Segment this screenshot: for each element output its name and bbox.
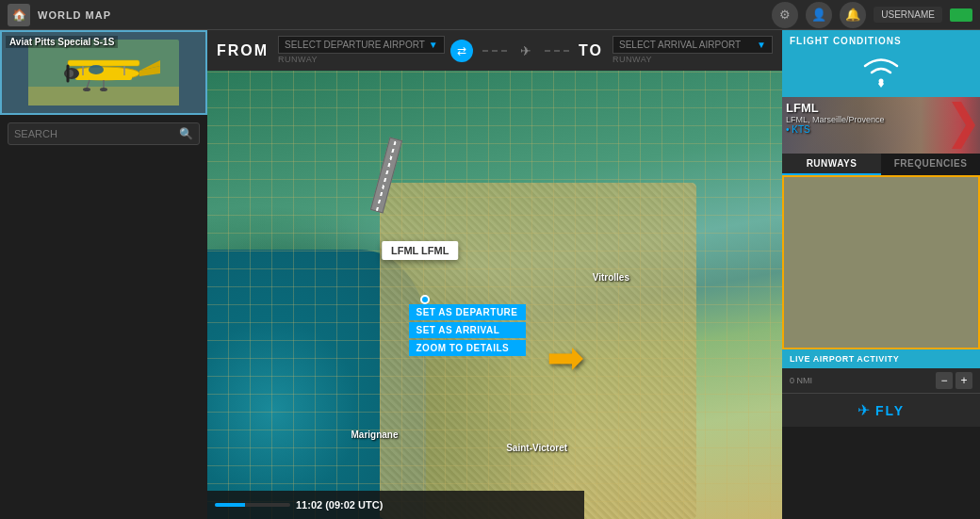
- top-bar-right: ⚙ 👤 🔔 USERNAME: [772, 2, 972, 28]
- zoom-details-button[interactable]: ZOOM TO DETAILS: [409, 340, 526, 356]
- airport-code: LFML: [786, 101, 885, 115]
- airport-photo: LFML LFML, Marseille/Provence • KTS: [782, 97, 980, 154]
- roads-overlay: [207, 71, 782, 519]
- world-map-label: WORLD MAP: [38, 9, 111, 21]
- aircraft-name: Aviat Pitts Special S-1S: [6, 36, 118, 48]
- username-badge: USERNAME: [874, 7, 942, 23]
- airport-popup-label: LFML LFML: [391, 245, 449, 256]
- aircraft-image: [2, 40, 205, 105]
- time-display: 11:02 (09:02 UTC): [296, 499, 383, 511]
- tab-frequencies[interactable]: FREQUENCIES: [881, 154, 980, 175]
- wifi-svg: [858, 50, 905, 88]
- map-area[interactable]: LFML LFML SET AS DEPARTURE SET AS ARRIVA…: [207, 71, 782, 519]
- aircraft-card[interactable]: Aviat Pitts Special S-1S: [0, 30, 207, 115]
- departure-dropdown[interactable]: SELECT DEPARTURE AIRPORT ▼: [278, 36, 445, 54]
- search-input[interactable]: [14, 128, 179, 139]
- departure-chevron-icon: ▼: [429, 40, 438, 50]
- time-progress: [215, 503, 290, 507]
- airport-dot: [420, 295, 430, 304]
- map-canvas: LFML LFML SET AS DEPARTURE SET AS ARRIVA…: [207, 71, 782, 519]
- set-departure-button[interactable]: SET AS DEPARTURE: [409, 304, 526, 320]
- swap-button[interactable]: ⇄: [450, 40, 473, 62]
- search-bar[interactable]: 🔍: [8, 122, 200, 145]
- plane-icon: ✈: [520, 43, 531, 58]
- svg-point-14: [89, 65, 104, 74]
- search-icon: 🔍: [179, 127, 193, 140]
- airport-info: LFML LFML, Marseille/Provence • KTS RUNW…: [782, 97, 980, 349]
- airport-photo-text: LFML LFML, Marseille/Provence • KTS: [786, 101, 885, 135]
- arrival-dropdown[interactable]: SELECT ARRIVAL AIRPORT ▼: [612, 36, 773, 54]
- departure-select: SELECT DEPARTURE AIRPORT ▼ RUNWAY: [278, 36, 445, 65]
- from-label: FROM: [217, 42, 269, 59]
- arrival-runway-label: RUNWAY: [612, 54, 773, 65]
- top-bar: 🏠 WORLD MAP ⚙ 👤 🔔 USERNAME: [0, 0, 980, 30]
- svg-point-19: [879, 79, 884, 84]
- plane-tail-icon: [923, 97, 980, 154]
- biplane-svg: [28, 40, 179, 105]
- arrival-chevron-icon: ▼: [757, 40, 766, 50]
- live-airport-activity: LIVE AIRPORT ACTIVITY: [782, 349, 980, 368]
- right-panel: FLIGHT CONDITIONS LFML LF: [782, 30, 980, 519]
- airport-popup: LFML LFML: [382, 241, 459, 260]
- settings-icon[interactable]: ⚙: [772, 2, 798, 28]
- home-button[interactable]: 🏠: [8, 4, 30, 26]
- fly-plane-icon: ✈: [858, 401, 870, 419]
- svg-rect-6: [75, 75, 132, 80]
- nm-label: 0 NMI: [790, 376, 812, 385]
- marignane-label: Marignane: [351, 430, 399, 440]
- set-arrival-button[interactable]: SET AS ARRIVAL: [409, 322, 526, 338]
- runway-content-area: [782, 175, 980, 349]
- context-menu: SET AS DEPARTURE SET AS ARRIVAL ZOOM TO …: [409, 304, 526, 356]
- flight-conditions-title: FLIGHT CONDITIONS: [790, 36, 902, 46]
- svg-point-18: [100, 88, 107, 91]
- nm-increase-button[interactable]: +: [956, 372, 972, 389]
- fly-label: FLY: [875, 403, 905, 418]
- departure-runway-label: RUNWAY: [278, 54, 445, 65]
- tab-runways[interactable]: RUNWAYS: [782, 154, 881, 175]
- saint-victoret-label: Saint-Victoret: [506, 443, 567, 453]
- svg-point-17: [83, 88, 90, 91]
- svg-marker-20: [952, 102, 975, 149]
- nm-slider-area: 0 NMI − +: [782, 368, 980, 393]
- airport-fullname: LFML, Marseille/Provence: [786, 115, 885, 124]
- vitrolles-label: Vitrolles: [593, 272, 629, 283]
- airport-freq-badge: • KTS: [786, 124, 885, 135]
- bottom-bar: 11:02 (09:02 UTC): [207, 491, 584, 519]
- time-progress-fill: [215, 503, 245, 507]
- to-label: TO: [579, 42, 603, 59]
- online-indicator: [950, 8, 972, 22]
- panel-tabs: RUNWAYS FREQUENCIES: [782, 154, 980, 175]
- center-panel: FROM SELECT DEPARTURE AIRPORT ▼ RUNWAY ⇄…: [207, 30, 782, 519]
- route-line-2: [545, 50, 569, 52]
- live-activity-label: LIVE AIRPORT ACTIVITY: [790, 354, 899, 364]
- arrival-select: SELECT ARRIVAL AIRPORT ▼ RUNWAY: [612, 36, 773, 65]
- header-selectors: FROM SELECT DEPARTURE AIRPORT ▼ RUNWAY ⇄…: [207, 30, 782, 71]
- main-layout: Aviat Pitts Special S-1S: [0, 30, 980, 519]
- profile-icon[interactable]: 👤: [806, 2, 832, 28]
- bell-icon[interactable]: 🔔: [840, 2, 866, 28]
- left-panel: Aviat Pitts Special S-1S: [0, 30, 207, 519]
- svg-rect-4: [68, 60, 139, 66]
- map-arrow: ➡: [547, 331, 584, 383]
- nm-decrease-button[interactable]: −: [936, 372, 953, 389]
- nm-controls: − +: [936, 372, 972, 389]
- wifi-icon: [858, 50, 905, 91]
- route-line: [482, 50, 507, 52]
- fly-button[interactable]: ✈ FLY: [782, 393, 980, 427]
- flight-conditions: FLIGHT CONDITIONS: [782, 30, 980, 97]
